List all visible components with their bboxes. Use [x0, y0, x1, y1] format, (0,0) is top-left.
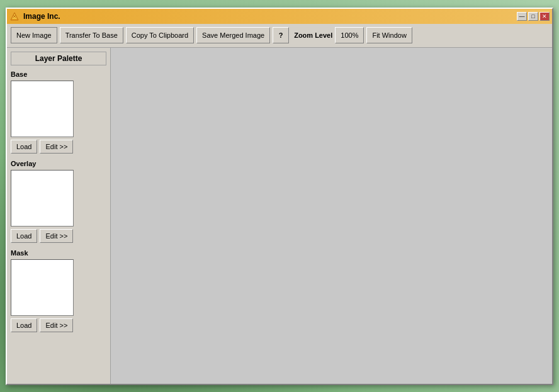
mask-layer-label: Mask	[11, 249, 106, 257]
close-button[interactable]: ✕	[539, 12, 550, 21]
overlay-edit-button[interactable]: Edit >>	[40, 229, 73, 243]
zoom-level-label: Zoom Level	[294, 31, 332, 39]
layer-palette-title: Layer Palette	[11, 52, 106, 65]
layer-palette: Layer Palette Base Load Edit >> Overlay …	[7, 48, 111, 384]
save-merged-image-button[interactable]: Save Merged Image	[196, 27, 270, 43]
main-area: Layer Palette Base Load Edit >> Overlay …	[7, 48, 552, 384]
overlay-layer-preview	[11, 170, 74, 227]
help-button[interactable]: ?	[273, 27, 289, 43]
main-window: Image Inc. — □ ✕ New Image Transfer To B…	[6, 8, 553, 385]
base-layer-label: Base	[11, 70, 106, 78]
title-bar: Image Inc. — □ ✕	[7, 9, 552, 24]
overlay-layer-section: Overlay Load Edit >>	[11, 160, 106, 243]
maximize-button[interactable]: □	[528, 12, 538, 21]
overlay-layer-buttons: Load Edit >>	[11, 229, 106, 243]
new-image-button[interactable]: New Image	[11, 27, 57, 43]
zoom-100-button[interactable]: 100%	[335, 27, 364, 43]
overlay-layer-label: Overlay	[11, 160, 106, 167]
mask-layer-buttons: Load Edit >>	[11, 318, 106, 332]
app-icon	[9, 11, 20, 21]
toolbar: New Image Transfer To Base Copy To Clipb…	[7, 24, 552, 48]
base-layer-section: Base Load Edit >>	[11, 70, 106, 154]
mask-load-button[interactable]: Load	[11, 318, 37, 332]
copy-to-clipboard-button[interactable]: Copy To Clipboard	[126, 27, 194, 43]
window-title: Image Inc.	[23, 12, 60, 21]
mask-layer-section: Mask Load Edit >>	[11, 249, 106, 332]
title-bar-left: Image Inc.	[9, 11, 60, 21]
minimize-button[interactable]: —	[517, 12, 527, 21]
base-layer-buttons: Load Edit >>	[11, 140, 106, 154]
fit-window-button[interactable]: Fit Window	[366, 27, 412, 43]
canvas-area[interactable]	[111, 48, 552, 384]
overlay-load-button[interactable]: Load	[11, 229, 37, 243]
base-load-button[interactable]: Load	[11, 140, 37, 154]
mask-layer-preview	[11, 259, 74, 316]
title-bar-buttons: — □ ✕	[517, 12, 550, 21]
mask-edit-button[interactable]: Edit >>	[40, 318, 73, 332]
base-layer-preview	[11, 81, 74, 137]
base-edit-button[interactable]: Edit >>	[40, 140, 73, 154]
transfer-to-base-button[interactable]: Transfer To Base	[60, 27, 123, 43]
